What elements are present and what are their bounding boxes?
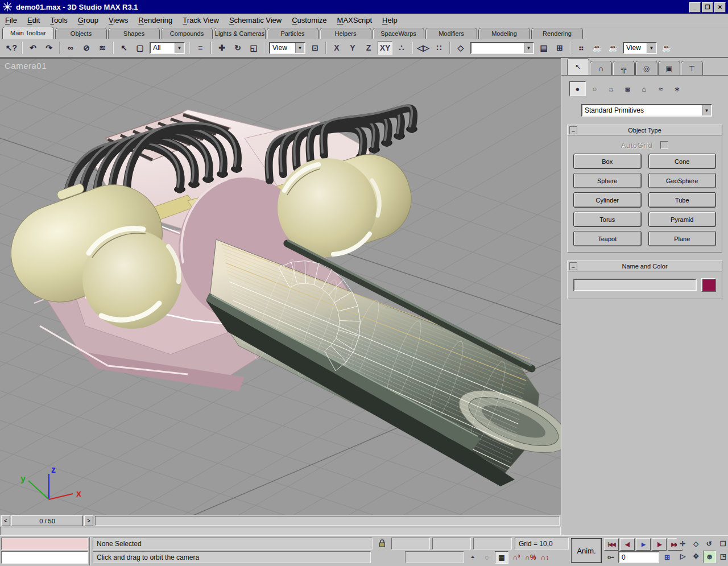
track-bar[interactable] [0,527,561,535]
menu-edit[interactable]: Edit [22,15,45,26]
category-geometry-icon[interactable]: ● [569,81,586,96]
select-and-rotate-icon[interactable]: ↻ [230,41,245,55]
previous-frame-button[interactable]: ◀| [620,538,635,551]
align-icon[interactable]: ◇ [453,41,468,55]
menu-group[interactable]: Group [73,15,104,26]
cylinder-button[interactable]: Cylinder [573,192,642,208]
sphere-button[interactable]: Sphere [573,173,642,188]
key-mode-toggle-button[interactable]: o╼ [604,552,617,563]
restore-button[interactable]: ❐ [702,2,713,13]
collapse-icon[interactable]: _ [569,126,577,134]
panel-tab-motion[interactable]: ◎ [635,61,657,75]
menu-views[interactable]: Views [104,15,133,26]
redo-icon[interactable]: ↷ [42,41,56,55]
pyramid-button[interactable]: Pyramid [648,212,717,227]
dolly-camera-button[interactable]: ✛ [677,538,689,550]
panel-tab-hierarchy[interactable]: ╦ [613,61,635,75]
tab-spacewarps[interactable]: SpaceWarps [373,28,424,39]
menu-maxscript[interactable]: MAXScript [332,15,377,26]
help-mode-icon[interactable]: ↖? [4,41,19,55]
category-lights-icon[interactable]: ☼ [603,82,619,96]
region-select-icon[interactable]: ▢ [133,41,147,55]
teapot-button[interactable]: Teapot [573,231,642,246]
roll-camera-button[interactable]: ↺ [703,538,715,550]
menu-rendering[interactable]: Rendering [133,15,177,26]
panel-tab-display[interactable]: ▣ [658,61,680,75]
tab-lights-cameras[interactable]: Lights & Cameras [214,28,266,39]
render-scene-icon[interactable]: ☕ [590,41,605,55]
undo-icon[interactable]: ↶ [26,41,40,55]
orbit-camera-button[interactable]: ⊛ [703,551,716,563]
ik-toggle-icon[interactable]: ∴ [394,41,409,55]
tab-rendering[interactable]: Rendering [531,28,583,39]
tab-helpers[interactable]: Helpers [320,28,371,39]
tab-objects[interactable]: Objects [55,28,107,39]
array-icon[interactable]: ∷ [432,41,446,55]
use-pivot-point-icon[interactable]: ⊡ [308,41,322,55]
plane-button[interactable]: Plane [648,231,717,246]
object-name-field[interactable] [573,279,697,291]
menu-help[interactable]: Help [377,15,403,26]
render-last-icon[interactable]: ☕ [659,41,674,55]
time-slider-next-button[interactable]: > [84,515,93,526]
open-track-view-icon[interactable]: ▤ [536,41,551,55]
selection-lock-button[interactable] [376,538,388,550]
cone-button[interactable]: Cone [648,154,717,169]
mini-listener-field[interactable] [1,551,88,564]
tab-modifiers[interactable]: Modifiers [425,28,477,39]
minimize-button[interactable]: _ [689,2,701,13]
autogrid-checkbox[interactable] [660,141,668,149]
menu-file[interactable]: File [0,15,22,26]
unlink-selection-icon[interactable]: ⊘ [79,41,94,55]
select-object-icon[interactable]: ↖ [117,41,131,55]
play-button[interactable]: ▶ [636,538,651,551]
time-configuration-button[interactable]: ⊞ [661,552,673,563]
menu-tools[interactable]: Tools [45,15,72,26]
tab-shapes[interactable]: Shapes [108,28,160,39]
field-of-view-button[interactable]: ▷ [677,551,689,562]
select-by-name-icon[interactable]: ≡ [193,41,208,55]
subcategory-dropdown[interactable]: Standard Primitives ▼ [581,104,712,117]
panel-tab-utilities[interactable]: ⊤ [681,61,703,75]
chevron-down-icon[interactable]: ▼ [647,43,656,53]
tab-particles[interactable]: Particles [267,28,318,39]
chevron-down-icon[interactable]: ▼ [702,105,711,115]
object-type-rollout-header[interactable]: _ Object Type [567,125,722,135]
time-slider-track[interactable] [95,516,560,526]
select-and-move-icon[interactable]: ✚ [214,41,229,55]
close-button[interactable]: ✕ [714,2,726,13]
current-frame-field[interactable]: 0 [618,551,659,563]
time-slider-prev-button[interactable]: < [1,515,10,526]
category-cameras-icon[interactable]: ◙ [620,82,635,96]
menu-schematic-view[interactable]: Schematic View [224,15,287,26]
macro-recorder-field[interactable] [1,538,88,550]
reference-coordinate-dropdown[interactable]: View▼ [269,42,305,54]
spinner-snap-icon[interactable]: ∩↕ [539,552,551,563]
chevron-down-icon[interactable]: ▼ [295,43,304,53]
go-to-start-button[interactable]: |◀◀ [604,538,619,551]
zoom-extents-all-button[interactable]: ◇ [690,538,702,550]
next-frame-button[interactable]: |▶ [652,538,667,551]
panel-tab-create[interactable]: ↖ [567,58,589,75]
quick-render-icon[interactable]: ☕ [606,41,621,55]
category-spacewarps-icon[interactable]: ≈ [653,82,668,96]
geosphere-button[interactable]: GeoSphere [648,173,717,188]
tab-compounds[interactable]: Compounds [161,28,213,39]
select-and-link-icon[interactable]: ∞ [63,41,78,55]
selection-filter-dropdown[interactable]: All▼ [150,42,185,54]
truck-camera-button[interactable]: ✥ [690,551,702,562]
angle-snap-icon[interactable]: ∩³ [510,552,523,563]
category-systems-icon[interactable]: ∗ [669,82,685,96]
snap-toggle-icon[interactable]: ◌ [481,552,493,563]
chevron-down-icon[interactable]: ▼ [175,43,184,53]
snap-3d-icon[interactable]: ▦ [495,551,508,564]
torus-button[interactable]: Torus [573,212,642,227]
panel-tab-modify[interactable]: ∩ [590,61,612,75]
render-type-dropdown[interactable]: View▼ [623,42,657,54]
chevron-down-icon[interactable]: ▼ [524,43,533,53]
menu-track-view[interactable]: Track View [177,15,224,26]
tab-modeling[interactable]: Modeling [478,28,530,39]
open-schematic-view-icon[interactable]: ⊞ [552,41,567,55]
bind-to-spacewarp-icon[interactable]: ≋ [95,41,110,55]
category-shapes-icon[interactable]: ○ [587,82,602,96]
